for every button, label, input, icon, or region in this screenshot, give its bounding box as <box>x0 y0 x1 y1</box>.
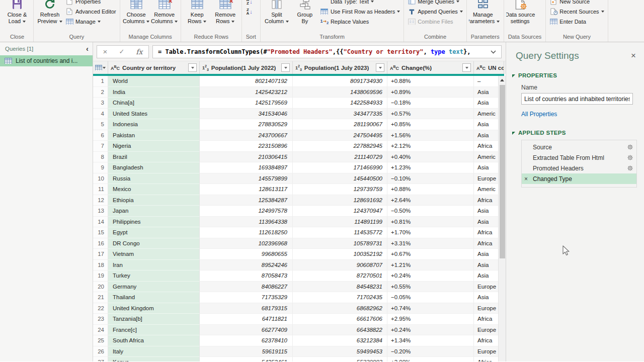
append-queries-button[interactable]: Append Queries <box>406 7 464 17</box>
table-cell[interactable]: 105789731 <box>293 238 387 249</box>
table-cell[interactable]: 59619115 <box>200 346 293 357</box>
table-cell[interactable]: 112618250 <box>200 227 293 238</box>
table-cell[interactable]: 113964338 <box>200 217 293 228</box>
filter-dropdown-button[interactable] <box>462 63 471 72</box>
table-cell[interactable]: 343477335 <box>293 109 387 120</box>
data-type-button[interactable]: Data Type: Text <box>319 0 401 7</box>
formula-expand-icon[interactable] <box>491 48 496 55</box>
table-cell[interactable]: +0.24% <box>387 325 474 336</box>
split-column-button[interactable]: SplitColumn <box>263 0 291 33</box>
row-number[interactable]: 18 <box>93 260 108 271</box>
table-cell[interactable]: China[a] <box>108 98 200 109</box>
column-header-4[interactable]: ABCChange(%) <box>387 61 474 74</box>
remove-rows-button[interactable]: ×RemoveRows <box>211 0 239 33</box>
table-cell[interactable]: 68179315 <box>200 303 293 314</box>
table-cell[interactable]: +0.74% <box>387 303 474 314</box>
table-cell[interactable]: 55339003 <box>293 357 387 361</box>
table-cell[interactable]: 1422584933 <box>293 98 387 109</box>
query-list-item[interactable]: List of countries and i... <box>0 55 93 66</box>
table-cell[interactable]: 90608707 <box>293 260 387 271</box>
table-cell[interactable]: −0.18% <box>387 98 474 109</box>
table-cell[interactable]: +0.88% <box>387 184 474 195</box>
table-cell[interactable]: Nigeria <box>108 141 200 152</box>
new-source-button[interactable]: New Source <box>548 0 605 7</box>
table-cell[interactable]: India <box>108 87 200 98</box>
row-number[interactable]: 1 <box>93 76 108 87</box>
column-header-5[interactable]: ABCUN co <box>474 61 504 74</box>
step-settings-gear-icon[interactable] <box>627 155 633 160</box>
collapse-pane-icon[interactable]: ‹ <box>86 46 89 51</box>
recent-sources-button[interactable]: Recent Sources <box>548 7 605 17</box>
table-cell[interactable]: 66617606 <box>293 314 387 325</box>
table-cell[interactable]: 281190067 <box>293 119 387 130</box>
table-cell[interactable]: 341534046 <box>200 109 293 120</box>
table-cell[interactable]: +1.70% <box>387 227 474 238</box>
table-cell[interactable]: 63212384 <box>293 335 387 346</box>
table-cell[interactable]: +0.89% <box>387 87 474 98</box>
enter-data-button[interactable]: Enter Data <box>548 17 605 27</box>
table-cell[interactable]: DR Congo <box>108 238 200 249</box>
table-cell[interactable]: +2.00% <box>387 357 474 361</box>
row-number[interactable]: 14 <box>93 217 108 228</box>
table-cell[interactable]: 64711821 <box>200 314 293 325</box>
table-cell[interactable]: 145579899 <box>200 173 293 185</box>
vertical-scrollbar[interactable] <box>498 76 506 361</box>
remove-columns-button[interactable]: ×RemoveColumns <box>150 0 179 33</box>
row-number[interactable]: 5 <box>93 119 108 130</box>
row-number[interactable]: 12 <box>93 195 108 206</box>
table-cell[interactable]: 114535772 <box>293 227 387 238</box>
filter-dropdown-button[interactable] <box>281 63 290 72</box>
table-cell[interactable]: Kenya <box>108 357 200 361</box>
formula-cancel-icon[interactable]: × <box>103 47 108 56</box>
table-cell[interactable]: 128613117 <box>200 184 293 195</box>
row-number[interactable]: 11 <box>93 184 108 195</box>
table-cell[interactable]: 1425423212 <box>200 87 293 98</box>
table-cell[interactable]: Russia <box>108 173 200 185</box>
applied-step-promoted-headers[interactable]: Promoted Headers <box>522 163 636 173</box>
keep-rows-button[interactable]: KeepRows <box>183 0 211 33</box>
row-number[interactable]: 9 <box>93 162 108 173</box>
all-properties-link[interactable]: All Properties <box>521 111 644 118</box>
table-cell[interactable]: 99680655 <box>200 249 293 260</box>
table-cell[interactable]: Thailand <box>108 292 200 303</box>
step-settings-gear-icon[interactable] <box>627 144 633 150</box>
table-cell[interactable]: +1.21% <box>387 260 474 271</box>
properties-button[interactable]: Properties <box>64 0 118 7</box>
row-number[interactable]: 21 <box>93 292 108 303</box>
table-cell[interactable]: +1.23% <box>387 162 474 173</box>
close-pane-icon[interactable]: × <box>631 52 636 60</box>
applied-step-source[interactable]: Source <box>522 142 636 152</box>
table-cell[interactable]: 223150896 <box>200 141 293 152</box>
column-header-1[interactable]: ABCCountry or territory <box>108 61 200 74</box>
table-cell[interactable]: 87270501 <box>293 270 387 282</box>
row-number[interactable]: 22 <box>93 303 108 314</box>
table-cell[interactable]: +2.12% <box>387 141 474 152</box>
row-number[interactable]: 17 <box>93 249 108 260</box>
scroll-up-icon[interactable] <box>499 76 506 84</box>
row-number[interactable]: 10 <box>93 173 108 185</box>
manage-parameters-button[interactable]: ManageParameters <box>469 0 497 33</box>
table-cell[interactable]: United Kingdom <box>108 303 200 314</box>
table-cell[interactable]: +2.64% <box>387 195 474 206</box>
table-cell[interactable]: 210306415 <box>200 152 293 163</box>
row-number[interactable]: 6 <box>93 130 108 141</box>
row-number[interactable]: 15 <box>93 227 108 238</box>
row-number[interactable]: 8 <box>93 152 108 163</box>
table-cell[interactable]: 89524246 <box>200 260 293 271</box>
row-number[interactable]: 20 <box>93 282 108 293</box>
table-cell[interactable]: 66438822 <box>293 325 387 336</box>
applied-step-changed-type[interactable]: ×Changed Type <box>522 173 636 184</box>
table-cell[interactable]: 169384897 <box>200 162 293 173</box>
applied-step-extracted-table-from-html[interactable]: Extracted Table From Html <box>522 152 636 163</box>
query-name-input[interactable] <box>521 93 633 105</box>
table-cell[interactable]: 1425179569 <box>200 98 293 109</box>
table-cell[interactable]: 84086227 <box>200 282 293 293</box>
scrollbar-thumb[interactable] <box>500 85 505 258</box>
table-cell[interactable]: Iran <box>108 260 200 271</box>
table-cell[interactable]: +0.88% <box>387 76 474 87</box>
row-number[interactable]: 23 <box>93 314 108 325</box>
table-cell[interactable]: Italy <box>108 346 200 357</box>
table-cell[interactable]: 62378410 <box>200 335 293 346</box>
formula-accept-icon[interactable]: ✓ <box>119 48 124 55</box>
data-source-settings-button[interactable]: Data sourcesettings <box>506 0 534 33</box>
